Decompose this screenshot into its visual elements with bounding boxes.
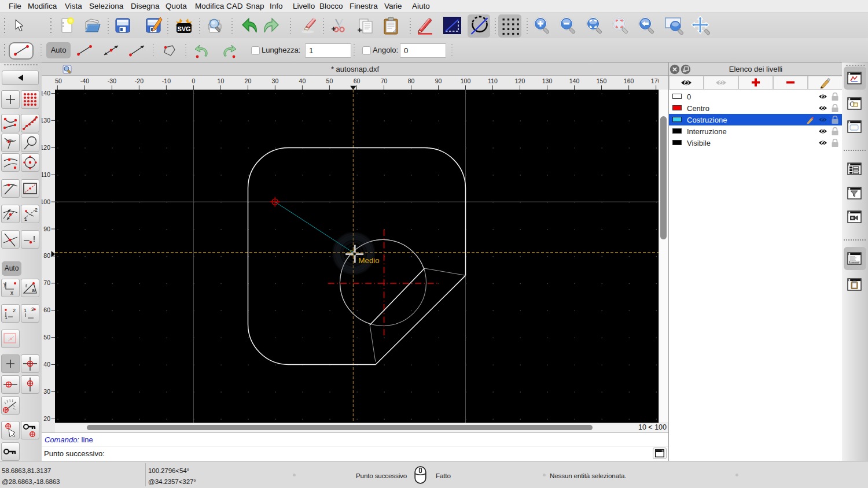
svg-text:command: command: [851, 261, 859, 264]
svg-text:80: 80: [408, 77, 415, 84]
svg-text:SVG: SVG: [177, 25, 190, 32]
svg-text:40: 40: [299, 77, 306, 84]
svg-text:r: r: [25, 283, 27, 289]
svg-text:Medio: Medio: [359, 256, 380, 265]
svg-text:70: 70: [381, 77, 388, 84]
svg-text:1: 1: [5, 315, 8, 320]
svg-text:-30: -30: [108, 77, 116, 84]
svg-text:120: 120: [515, 77, 525, 84]
svg-text:120: 120: [42, 144, 50, 151]
svg-text:1: 1: [24, 308, 27, 313]
svg-text:10: 10: [218, 77, 225, 84]
svg-text:x: x: [10, 290, 13, 296]
svg-text:100: 100: [42, 198, 50, 205]
svg-text:2: 2: [31, 306, 34, 312]
svg-text:130: 130: [542, 77, 553, 84]
svg-text:20: 20: [43, 415, 50, 422]
svg-text:30: 30: [272, 77, 279, 84]
svg-text:90: 90: [435, 77, 442, 84]
svg-text:50: 50: [43, 334, 50, 341]
svg-text:60: 60: [354, 77, 361, 84]
svg-text:150: 150: [597, 77, 607, 84]
svg-text:80: 80: [43, 252, 50, 259]
svg-text:50: 50: [326, 77, 333, 84]
svg-text:130: 130: [42, 117, 50, 124]
svg-text:2: 2: [13, 308, 16, 313]
svg-text:30: 30: [43, 388, 50, 395]
svg-text:60: 60: [43, 306, 50, 313]
svg-text:-50: -50: [55, 77, 62, 84]
svg-text:110: 110: [42, 171, 50, 178]
svg-text:-40: -40: [80, 77, 89, 84]
svg-text:!: !: [33, 234, 35, 243]
svg-text:40: 40: [43, 361, 50, 368]
svg-text:-10: -10: [162, 77, 171, 84]
svg-text:140: 140: [42, 90, 50, 97]
svg-text:-20: -20: [135, 77, 144, 84]
svg-text:100: 100: [461, 77, 471, 84]
svg-text:a: a: [32, 287, 35, 293]
svg-text:110: 110: [488, 77, 498, 84]
svg-text:20: 20: [245, 77, 252, 84]
svg-text:140: 140: [569, 77, 580, 84]
svg-text:170: 170: [651, 77, 659, 84]
svg-text:70: 70: [43, 279, 50, 286]
svg-text:1: 1: [24, 216, 27, 222]
svg-text:0: 0: [192, 77, 195, 84]
svg-text:160: 160: [624, 77, 634, 84]
svg-text:90: 90: [43, 225, 50, 232]
svg-text:2: 2: [35, 207, 38, 213]
